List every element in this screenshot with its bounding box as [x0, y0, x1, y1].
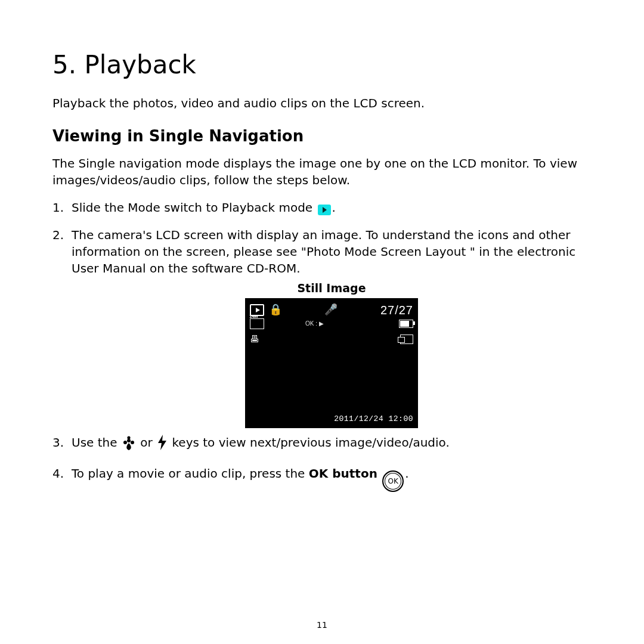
image-counter: 27/27	[380, 302, 413, 318]
lcd-caption: Still Image	[72, 280, 592, 296]
ok-button-icon: OK	[382, 470, 404, 492]
resolution-icon	[250, 318, 264, 329]
lcd-preview: 🔒 🎤 27/27 OK : ▶ 🖶 2011/12/24 12:00	[245, 298, 418, 428]
svg-point-1	[123, 441, 127, 444]
step-1-text-a: Slide the Mode switch to Playback mode	[72, 200, 317, 215]
battery-icon	[399, 320, 413, 328]
lcd-timestamp: 2011/12/24 12:00	[334, 414, 413, 425]
step-4-text-c	[377, 466, 381, 481]
ok-hint: OK : ▶	[305, 320, 324, 328]
step-2: The camera's LCD screen with display an …	[52, 227, 592, 428]
steps-list: Slide the Mode switch to Playback mode .…	[52, 199, 592, 492]
manual-page: 5. Playback Playback the photos, video a…	[0, 0, 644, 644]
step-4-text-a: To play a movie or audio clip, press the	[72, 466, 309, 481]
section-heading: Viewing in Single Navigation	[52, 127, 592, 145]
macro-flower-icon	[122, 436, 135, 454]
step-3-text-b: or	[140, 435, 156, 450]
step-2-text: The camera's LCD screen with display an …	[72, 228, 575, 275]
playback-mode-icon	[318, 205, 331, 215]
step-3-text-a: Use the	[72, 435, 121, 450]
svg-point-0	[127, 439, 131, 442]
step-4-text-d: .	[405, 466, 408, 481]
page-title: 5. Playback	[52, 50, 592, 79]
intro-text: Playback the photos, video and audio cli…	[52, 96, 592, 110]
printer-icon: 🖶	[250, 333, 259, 346]
svg-point-3	[127, 436, 130, 439]
ok-button-label: OK	[388, 476, 398, 487]
flash-bolt-icon	[157, 435, 167, 454]
dpof-icon	[400, 335, 413, 344]
step-1: Slide the Mode switch to Playback mode .	[52, 199, 592, 216]
section-description: The Single navigation mode displays the …	[52, 156, 592, 188]
step-3: Use the or keys to vie	[52, 434, 592, 454]
step-1-text-b: .	[332, 200, 336, 215]
lock-icon: 🔒	[269, 302, 282, 317]
svg-point-2	[131, 441, 134, 444]
step-3-text-c: keys to view next/previous image/video/a…	[172, 435, 449, 450]
page-number: 11	[0, 620, 644, 630]
step-4: To play a movie or audio clip, press the…	[52, 465, 592, 492]
mic-icon: 🎤	[324, 302, 338, 317]
step-4-text-bold: OK button	[309, 466, 377, 481]
